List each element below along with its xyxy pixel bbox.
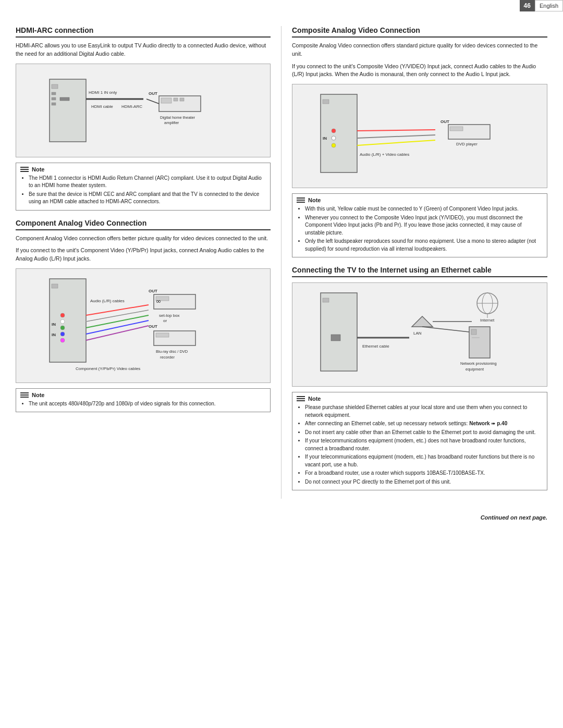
- svg-rect-4: [52, 103, 56, 105]
- note-icon-composite: [297, 198, 305, 203]
- amplifier-label: Digital home theater: [160, 115, 195, 120]
- svg-point-17: [60, 326, 65, 330]
- hdmi-arc-label-diag: HDMI-ARC: [121, 104, 142, 109]
- svg-text:set-top box: set-top box: [159, 313, 180, 318]
- hdmi-arc-diagram: HDMI 1 IN only OUT Digital home theater …: [16, 64, 271, 157]
- svg-rect-13: [50, 279, 86, 362]
- svg-rect-2: [52, 92, 56, 95]
- svg-rect-36: [156, 333, 169, 337]
- svg-line-12: [146, 99, 159, 104]
- hdmi-arc-note-item-2: Be sure that the device is HDMI CEC and …: [29, 191, 266, 206]
- ethernet-note-item-3: Do not insert any cable other than an Et…: [305, 429, 543, 437]
- composite-note-header: Note: [297, 197, 543, 203]
- composite-note-item-2: Whenever you connect to the Composite Vi…: [305, 214, 543, 237]
- svg-point-46: [332, 143, 336, 147]
- component-note-header: Note: [20, 392, 266, 398]
- svg-rect-1: [52, 84, 58, 89]
- svg-line-26: [86, 320, 149, 334]
- svg-rect-3: [52, 97, 56, 100]
- svg-text:Network provisioning: Network provisioning: [460, 361, 497, 366]
- svg-text:OUT: OUT: [149, 324, 157, 329]
- component-note-item-1: The unit accepts 480i/480p/720p and 1080…: [29, 400, 266, 408]
- svg-rect-42: [323, 100, 329, 104]
- hdmi-arc-note-item-1: The HDMI 1 connector is HDMI Audio Retur…: [29, 175, 266, 190]
- ethernet-note-item-1: Please purchase shielded Ethernet cables…: [305, 404, 543, 419]
- svg-rect-56: [321, 293, 357, 371]
- component-body2: If you connect to the unit's Component V…: [16, 246, 271, 263]
- ethernet-note-item-5: If your telecommunications equipment (mo…: [305, 453, 543, 468]
- page-language: English: [535, 0, 563, 11]
- svg-line-48: [357, 130, 435, 131]
- svg-text:Blu-ray disc / DVD: Blu-ray disc / DVD: [156, 349, 188, 354]
- hdmi-arc-body: HDMI-ARC allows you to use EasyLink to o…: [16, 42, 271, 58]
- component-note-list: The unit accepts 480i/480p/720p and 1080…: [20, 400, 266, 408]
- svg-text:OUT: OUT: [149, 289, 157, 293]
- svg-rect-57: [323, 298, 329, 302]
- svg-rect-70: [471, 329, 476, 335]
- ethernet-section: Connecting the TV to the Internet using …: [292, 266, 547, 490]
- hdmi-arc-note-label: Note: [32, 166, 44, 172]
- composite-note: Note With this unit, Yellow cable must b…: [292, 193, 547, 257]
- ethernet-title: Connecting the TV to the Internet using …: [292, 266, 547, 277]
- hdmi-arc-svg: HDMI 1 IN only OUT Digital home theater …: [44, 69, 242, 152]
- ethernet-diagram: Ethernet cable LAN Internet: [292, 282, 547, 387]
- composite-svg: IN OUT DVD player Audio (L/R) + Video ca…: [315, 89, 524, 183]
- svg-text:recorder: recorder: [160, 355, 175, 360]
- out-label-hdmi: OUT: [149, 91, 157, 96]
- hdmi-arc-title: HDMI-ARC connection: [16, 26, 271, 38]
- composite-note-list: With this unit, Yellow cable must be con…: [297, 205, 543, 253]
- ethernet-note-item-2: After connecting an Ethernet cable, set …: [305, 420, 543, 428]
- composite-body1: Composite Analog Video connection offers…: [292, 42, 547, 58]
- svg-rect-14: [52, 284, 58, 288]
- svg-text:OUT: OUT: [440, 119, 449, 124]
- component-note-label: Note: [32, 392, 44, 398]
- page-footer: Continued on next page.: [0, 509, 563, 526]
- composite-note-label: Note: [308, 197, 321, 203]
- svg-rect-53: [450, 127, 463, 131]
- composite-note-item-3: Only the left loudspeaker reproduces sou…: [305, 238, 543, 253]
- svg-marker-61: [412, 316, 433, 327]
- svg-line-74: [422, 327, 469, 332]
- svg-rect-58: [331, 335, 340, 341]
- hdmi-arc-note-list: The HDMI 1 connector is HDMI Audio Retur…: [20, 175, 266, 206]
- svg-text:00: 00: [156, 300, 161, 303]
- svg-text:equipment: equipment: [466, 367, 484, 372]
- composite-section: Composite Analog Video Connection Compos…: [292, 26, 547, 257]
- svg-text:IN: IN: [52, 322, 56, 327]
- svg-text:amplifier: amplifier: [164, 120, 179, 125]
- component-body1: Component Analog Video connection offers…: [16, 235, 271, 243]
- svg-line-50: [357, 140, 435, 145]
- svg-line-22: [86, 305, 149, 315]
- composite-diagram: IN OUT DVD player Audio (L/R) + Video ca…: [292, 84, 547, 188]
- svg-line-25: [86, 315, 149, 328]
- ethernet-note-label: Note: [308, 396, 321, 402]
- ethernet-note: Note Please purchase shielded Ethernet c…: [292, 392, 547, 490]
- svg-line-27: [86, 326, 149, 340]
- composite-note-item-1: With this unit, Yellow cable must be con…: [305, 205, 543, 213]
- svg-rect-5: [60, 97, 69, 101]
- ethernet-note-item-4: If your telecommunications equipment (mo…: [305, 437, 543, 452]
- svg-rect-8: [161, 98, 172, 103]
- svg-text:Audio (L/R) cables: Audio (L/R) cables: [90, 299, 125, 303]
- svg-text:DVD player: DVD player: [456, 142, 478, 146]
- svg-text:Ethernet cable: Ethernet cable: [362, 344, 389, 349]
- svg-text:Audio (L/R) + Video cables: Audio (L/R) + Video cables: [360, 152, 409, 157]
- note-icon-component: [20, 392, 29, 398]
- hdmi1-label: HDMI 1 IN only: [89, 90, 117, 95]
- svg-point-16: [60, 319, 65, 324]
- svg-rect-9: [174, 98, 178, 101]
- svg-rect-10: [180, 98, 184, 101]
- svg-text:Internet: Internet: [480, 318, 495, 323]
- hdmi-arc-note-header: Note: [20, 166, 266, 172]
- ethernet-note-item-7: Do not connect your PC directly to the E…: [305, 478, 543, 486]
- ethernet-note-list: Please purchase shielded Ethernet cables…: [297, 404, 543, 486]
- svg-line-24: [86, 310, 149, 322]
- svg-text:LAN: LAN: [413, 331, 422, 336]
- svg-point-18: [60, 332, 65, 336]
- svg-text:IN: IN: [323, 136, 327, 141]
- page-bar: 46 English: [520, 0, 563, 11]
- component-diagram: IN IN 00 OUT set-top box or: [16, 268, 271, 383]
- hdmi-arc-note: Note The HDMI 1 connector is HDMI Audio …: [16, 163, 271, 211]
- hdmi-cable-label: HDMI cable: [91, 104, 113, 109]
- component-svg: IN IN 00 OUT set-top box or: [44, 274, 242, 378]
